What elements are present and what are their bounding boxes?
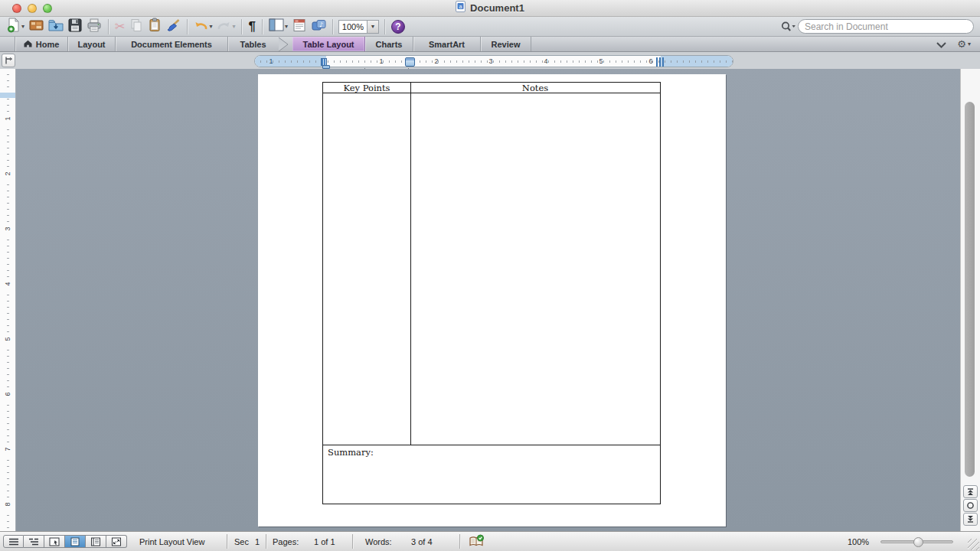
ribbon-tab-bar: Home Layout Document Elements Tables Tab… <box>0 37 980 52</box>
spelling-status-button[interactable] <box>468 534 485 550</box>
pages-value: 1 of 1 <box>314 537 335 546</box>
focus-view-button[interactable] <box>106 535 127 548</box>
notes-cell[interactable] <box>411 93 660 445</box>
paste-button[interactable] <box>145 18 164 36</box>
table-column-grip[interactable] <box>405 57 415 67</box>
pages-label: Pages: <box>273 537 299 546</box>
view-name-label: Print Layout View <box>139 537 204 546</box>
zoom-slider-knob[interactable] <box>913 537 923 547</box>
print-layout-view-button[interactable] <box>65 535 86 548</box>
copy-button[interactable] <box>127 18 145 36</box>
document-page[interactable]: Key Points Notes Summary: <box>258 74 726 527</box>
table-header-row: Key Points Notes <box>323 83 660 93</box>
ruler-number: 7 <box>2 444 13 455</box>
undo-button[interactable]: ▾ <box>191 18 214 36</box>
tab-stop-selector-button[interactable] <box>2 54 15 67</box>
close-button[interactable] <box>12 4 21 13</box>
tab-review[interactable]: Review <box>481 37 531 51</box>
zoom-control[interactable]: 100% ▼ <box>338 20 379 34</box>
key-points-cell[interactable] <box>323 93 410 445</box>
view-switcher <box>3 535 127 548</box>
publishing-layout-view-button[interactable] <box>44 535 65 548</box>
svg-text:a: a <box>459 4 462 9</box>
tab-tables[interactable]: Tables <box>228 37 278 51</box>
redo-icon <box>217 19 231 34</box>
format-painter-button[interactable] <box>164 18 183 36</box>
zoom-window-button[interactable] <box>43 4 52 13</box>
redo-button[interactable]: ▾ <box>214 18 237 36</box>
select-browse-object-button[interactable] <box>963 499 978 512</box>
scrollbar-thumb[interactable] <box>965 102 975 477</box>
new-document-icon <box>7 18 21 36</box>
tab-label: Home <box>36 40 60 49</box>
toolbox-button[interactable] <box>290 18 309 36</box>
document-proxy-icon: a <box>456 1 466 15</box>
redo-caret-icon: ▾ <box>232 24 235 30</box>
toolbar-separator <box>262 19 263 34</box>
tab-label: Tables <box>240 40 266 49</box>
tab-document-elements[interactable]: Document Elements <box>116 37 228 51</box>
vertical-ruler[interactable]: 1 2 3 4 5 6 7 8 <box>0 69 16 531</box>
notes-header-cell[interactable]: Notes <box>410 83 660 93</box>
cut-button[interactable]: ✂ <box>113 18 127 36</box>
print-button[interactable] <box>84 18 104 36</box>
window-resize-grip[interactable] <box>968 539 979 550</box>
notebook-layout-view-button[interactable] <box>86 535 106 548</box>
outline-view-button[interactable] <box>24 535 44 548</box>
contextual-tab-chevron-icon <box>278 37 292 51</box>
home-icon <box>24 40 32 49</box>
zoom-value-field[interactable]: 100% <box>338 20 368 34</box>
undo-icon <box>194 19 208 34</box>
minimize-button[interactable] <box>28 4 37 13</box>
help-button[interactable]: ? <box>389 18 407 36</box>
save-button[interactable] <box>66 18 84 36</box>
open-folder-icon <box>48 18 64 35</box>
media-browser-button[interactable]: ♪ <box>309 18 328 36</box>
summary-cell[interactable]: Summary: <box>323 445 660 505</box>
search-field-capsule[interactable] <box>798 19 974 34</box>
media-browser-icon: ♪ <box>311 18 326 35</box>
tab-layout[interactable]: Layout <box>68 37 116 51</box>
collapse-ribbon-chevron-icon[interactable] <box>936 37 946 51</box>
vertical-scrollbar[interactable] <box>960 69 980 531</box>
ruler-number: 2 <box>433 57 440 65</box>
status-bar: Print Layout View Sec 1 Pages: 1 of 1 Wo… <box>0 531 980 551</box>
status-separator <box>227 534 227 549</box>
search-input[interactable] <box>805 21 967 32</box>
table-right-edge-grip[interactable] <box>656 57 665 67</box>
new-document-button[interactable]: ▾ <box>5 18 27 36</box>
ruler-number: 6 <box>2 389 13 399</box>
zoom-slider[interactable] <box>880 540 953 543</box>
tab-table-layout[interactable]: Table Layout <box>292 37 365 51</box>
browse-previous-button[interactable] <box>963 485 978 498</box>
ruler-number: 3 <box>2 223 13 234</box>
browse-next-button[interactable] <box>963 513 978 526</box>
ruler-number: 1 <box>267 57 275 65</box>
ribbon-settings-button[interactable]: ⚙ ▾ <box>957 39 971 49</box>
ruler-row: 1 1 2 3 4 5 6 <box>0 52 980 69</box>
open-button[interactable] <box>46 18 66 36</box>
save-icon <box>68 18 82 35</box>
status-separator <box>459 534 460 549</box>
svg-text:♪: ♪ <box>319 21 323 28</box>
key-points-header-cell[interactable]: Key Points <box>323 83 410 93</box>
ruler-number: 4 <box>542 57 550 65</box>
toolbar-separator <box>108 19 109 34</box>
ruler-number: 8 <box>2 499 13 510</box>
search-scope-icon[interactable] <box>779 21 796 33</box>
title-bar: a Document1 <box>0 0 980 17</box>
sidebar-button[interactable]: ▾ <box>266 18 290 36</box>
zoom-caret-icon[interactable]: ▼ <box>368 20 379 34</box>
toolbar-separator <box>241 19 242 34</box>
tab-home[interactable]: Home <box>15 37 68 51</box>
words-label: Words: <box>365 537 392 546</box>
print-icon <box>87 18 102 35</box>
traffic-lights <box>12 4 52 13</box>
ruler-number: 5 <box>597 57 605 65</box>
elements-gallery-button[interactable] <box>27 18 46 36</box>
show-formatting-marks-button[interactable]: ¶ <box>246 18 257 36</box>
toolbar-separator <box>332 19 333 34</box>
tab-smartart[interactable]: SmartArt <box>413 37 481 51</box>
tab-charts[interactable]: Charts <box>365 37 413 51</box>
draft-view-button[interactable] <box>3 535 24 548</box>
